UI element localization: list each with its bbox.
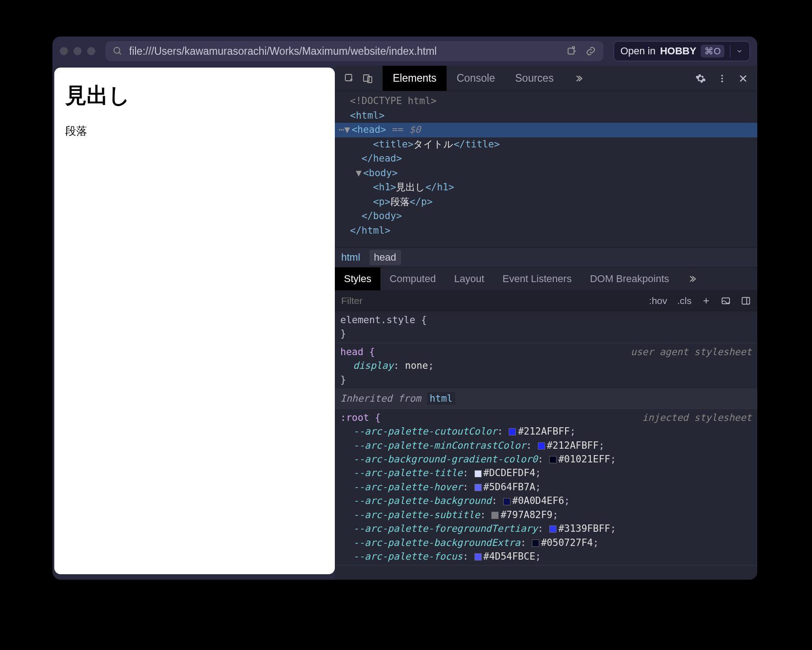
open-in-hobby-button[interactable]: Open in HOBBY ⌘O — [614, 41, 750, 61]
link-icon[interactable] — [585, 45, 596, 57]
tab-layout[interactable]: Layout — [445, 267, 493, 290]
styles-tabs: Styles Computed Layout Event Listeners D… — [335, 267, 757, 290]
tab-styles-more[interactable] — [678, 267, 706, 290]
css-var-row: --arc-background-gradient-color0: #01021… — [340, 452, 752, 466]
injected-stylesheet-label: injected stylesheet — [642, 411, 752, 425]
dom-breadcrumb: html head — [335, 247, 757, 267]
hobby-label: HOBBY — [660, 45, 696, 57]
dom-tree[interactable]: <!DOCTYPE html> <html> ⋯▼<head> == $0 <t… — [335, 91, 757, 247]
page-paragraph: 段落 — [65, 124, 324, 138]
tab-sources[interactable]: Sources — [505, 66, 563, 91]
tab-computed[interactable]: Computed — [380, 267, 445, 290]
shortcut-badge: ⌘O — [701, 45, 724, 58]
css-var-row: --arc-palette-title: #DCDEFDF4; — [340, 466, 752, 480]
css-var-row: --arc-palette-hover: #5D64FB7A; — [340, 480, 752, 494]
svg-rect-15 — [742, 298, 750, 304]
titlebar: file:///Users/kawamurasorachi/Works/Maxi… — [52, 37, 757, 66]
divider — [730, 45, 730, 57]
page-heading: 見出し — [65, 81, 324, 110]
chevron-down-icon[interactable] — [736, 47, 743, 55]
tab-more[interactable] — [564, 66, 593, 91]
tab-elements[interactable]: Elements — [383, 66, 447, 91]
css-var-row: --arc-palette-foregroundTertiary: #3139F… — [340, 522, 752, 535]
tab-console[interactable]: Console — [447, 66, 505, 91]
search-icon — [113, 46, 123, 56]
svg-rect-6 — [368, 77, 372, 83]
dom-doctype: <!DOCTYPE html> — [350, 95, 437, 106]
window-controls — [60, 47, 95, 55]
open-in-label: Open in — [620, 45, 656, 57]
css-var-row: --arc-palette-minContrastColor: #212AFBF… — [340, 439, 752, 452]
styles-rules[interactable]: element.style { } user agent stylesheet … — [335, 311, 757, 580]
svg-point-0 — [114, 47, 120, 53]
close-icon[interactable] — [738, 73, 748, 84]
css-var-row: --arc-palette-subtitle: #797A82F9; — [340, 508, 752, 522]
devtools-panel: Elements Console Sources — [335, 66, 757, 580]
extension-icon[interactable] — [566, 45, 578, 57]
tab-styles[interactable]: Styles — [335, 267, 380, 290]
dom-html-open: <html> — [350, 110, 385, 121]
svg-rect-5 — [364, 75, 369, 81]
page-preview: 見出し 段落 — [54, 68, 335, 574]
inherited-from-row: Inherited from html — [335, 389, 757, 409]
svg-line-1 — [119, 52, 121, 55]
inspect-icon[interactable] — [344, 73, 355, 84]
svg-rect-3 — [573, 47, 574, 48]
minimize-window-button[interactable] — [73, 47, 82, 55]
devtools-tabs: Elements Console Sources — [335, 66, 757, 91]
styles-filter-input[interactable] — [341, 295, 461, 306]
kebab-icon[interactable] — [717, 73, 727, 84]
hov-toggle[interactable]: :hov — [649, 295, 667, 306]
breadcrumb-html[interactable]: html — [341, 252, 360, 263]
user-agent-stylesheet-label: user agent stylesheet — [630, 345, 752, 359]
dom-selected-row[interactable]: ⋯▼<head> == $0 — [335, 123, 757, 137]
panel-icon[interactable] — [741, 296, 751, 306]
css-var-row: --arc-palette-background: #0A0D4EF6; — [340, 494, 752, 508]
svg-point-9 — [721, 80, 723, 82]
new-rule-icon[interactable] — [702, 296, 711, 305]
styles-filter-bar: :hov .cls — [335, 290, 757, 311]
svg-point-7 — [721, 74, 723, 76]
dom-head-open: <head> — [352, 124, 386, 135]
gear-icon[interactable] — [695, 73, 706, 84]
css-var-row: --arc-palette-cutoutColor: #212AFBFF; — [340, 425, 752, 438]
maximize-window-button[interactable] — [87, 47, 95, 55]
rule-root: injected stylesheet :root { --arc-palett… — [335, 409, 757, 566]
device-icon[interactable] — [362, 73, 373, 84]
svg-point-8 — [721, 78, 723, 79]
tab-dom-breakpoints[interactable]: DOM Breakpoints — [581, 267, 678, 290]
rule-head: user agent stylesheet head { display: no… — [335, 343, 757, 389]
css-var-row: --arc-palette-focus: #4D54FBCE; — [340, 550, 752, 563]
rule-element-style: element.style { } — [335, 311, 757, 343]
cls-toggle[interactable]: .cls — [677, 295, 692, 306]
close-window-button[interactable] — [60, 47, 68, 55]
url-bar[interactable]: file:///Users/kawamurasorachi/Works/Maxi… — [105, 41, 604, 61]
flex-icon[interactable] — [721, 296, 731, 306]
breadcrumb-head[interactable]: head — [370, 250, 401, 265]
content-area: 見出し 段落 Elements Console Sources — [52, 66, 757, 580]
tab-event-listeners[interactable]: Event Listeners — [494, 267, 581, 290]
url-text: file:///Users/kawamurasorachi/Works/Maxi… — [129, 45, 560, 58]
browser-window: file:///Users/kawamurasorachi/Works/Maxi… — [52, 37, 757, 580]
css-var-row: --arc-palette-backgroundExtra: #050727F4… — [340, 536, 752, 550]
